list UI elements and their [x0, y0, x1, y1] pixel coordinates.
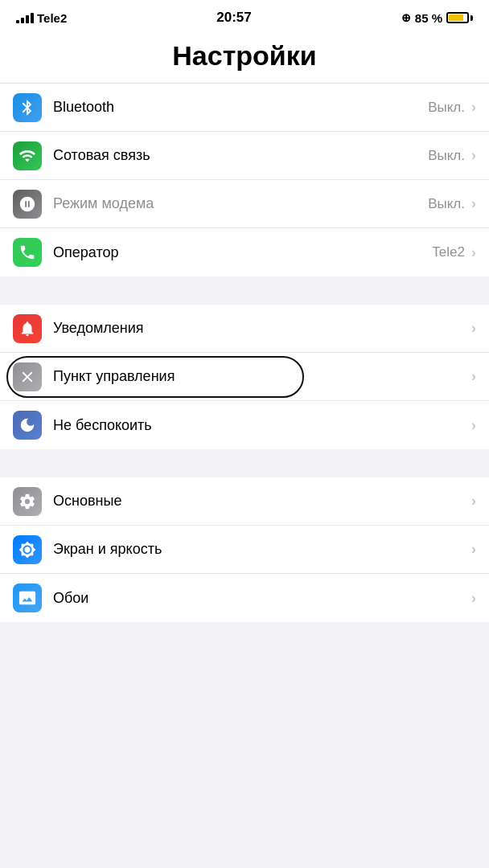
operator-value: Tele2 [432, 244, 465, 260]
settings-item-hotspot[interactable]: Режим модема Выкл. › [0, 180, 489, 228]
dnd-icon [13, 411, 42, 440]
display-chevron-icon: › [471, 541, 476, 558]
notifications-label: Уведомления [53, 320, 471, 337]
bluetooth-label: Bluetooth [53, 99, 428, 116]
hotspot-icon [13, 190, 42, 219]
settings-item-notifications[interactable]: Уведомления › [0, 305, 489, 353]
controlcenter-icon [13, 362, 42, 391]
cellular-chevron-icon: › [471, 147, 476, 164]
settings-group-connectivity: Bluetooth Выкл. › Сотовая связь Выкл. › … [0, 84, 489, 276]
dnd-chevron-icon: › [471, 417, 476, 434]
operator-label: Оператор [53, 244, 432, 261]
cellular-icon [13, 141, 42, 170]
status-time: 20:57 [216, 10, 251, 26]
settings-item-controlcenter[interactable]: Пункт управления › [0, 353, 489, 401]
operator-chevron-icon: › [471, 244, 476, 261]
status-left: Tele2 [16, 11, 67, 25]
settings-group-notifications: Уведомления › Пункт управления › Не бесп… [0, 305, 489, 449]
settings-item-operator[interactable]: Оператор Tele2 › [0, 228, 489, 276]
settings-item-cellular[interactable]: Сотовая связь Выкл. › [0, 132, 489, 180]
wallpaper-icon [13, 583, 42, 612]
settings-item-display[interactable]: Экран и яркость › [0, 526, 489, 574]
status-right: ⊕ 85 % [401, 11, 473, 25]
battery-percent-label: 85 % [415, 11, 442, 25]
general-label: Основные [53, 493, 471, 510]
hotspot-value: Выкл. [428, 196, 465, 212]
wallpaper-label: Обои [53, 590, 471, 607]
hotspot-label: Режим модема [53, 195, 428, 212]
settings-item-general[interactable]: Основные › [0, 477, 489, 526]
page-title: Настройки [0, 32, 489, 84]
hotspot-chevron-icon: › [471, 195, 476, 212]
display-icon [13, 535, 42, 564]
general-chevron-icon: › [471, 493, 476, 510]
dnd-label: Не беспокоить [53, 417, 471, 434]
cellular-label: Сотовая связь [53, 147, 428, 164]
notifications-icon [13, 314, 42, 343]
settings-item-bluetooth[interactable]: Bluetooth Выкл. › [0, 84, 489, 132]
location-icon: ⊕ [401, 11, 411, 24]
bluetooth-chevron-icon: › [471, 99, 476, 116]
bluetooth-value: Выкл. [428, 100, 465, 116]
bluetooth-icon [13, 93, 42, 122]
settings-group-general: Основные › Экран и яркость › Обои › [0, 477, 489, 622]
settings-item-dnd[interactable]: Не беспокоить › [0, 401, 489, 449]
controlcenter-chevron-icon: › [471, 368, 476, 385]
signal-bars-icon [16, 13, 34, 23]
notifications-chevron-icon: › [471, 320, 476, 337]
carrier-label: Tele2 [37, 11, 67, 25]
status-bar: Tele2 20:57 ⊕ 85 % [0, 0, 489, 32]
cellular-value: Выкл. [428, 148, 465, 164]
wallpaper-chevron-icon: › [471, 590, 476, 607]
settings-item-wallpaper[interactable]: Обои › [0, 574, 489, 622]
display-label: Экран и яркость [53, 541, 471, 558]
general-icon [13, 487, 42, 516]
operator-icon [13, 238, 42, 267]
battery-icon [446, 12, 473, 23]
controlcenter-label: Пункт управления [53, 368, 471, 385]
